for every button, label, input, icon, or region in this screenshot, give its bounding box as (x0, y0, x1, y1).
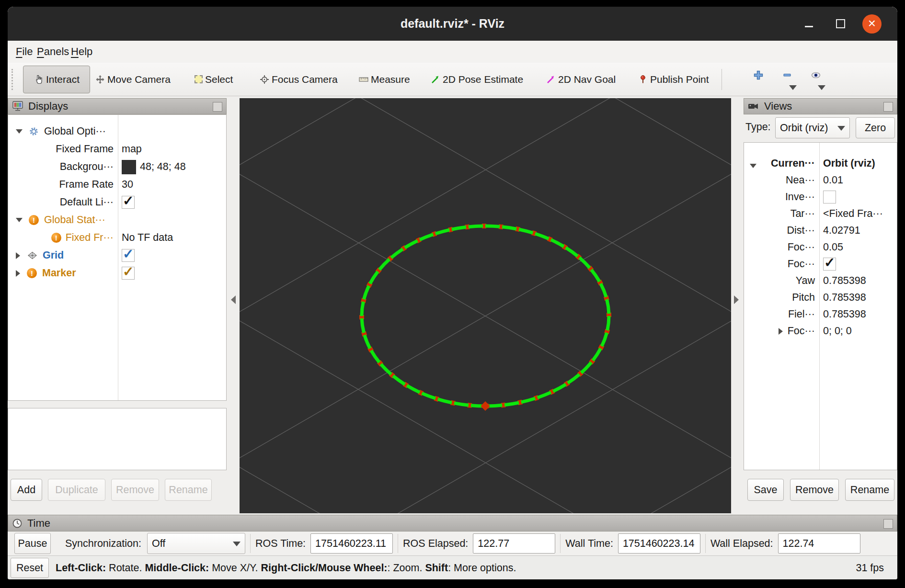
maximize-icon (836, 19, 845, 28)
duplicate-button[interactable]: Duplicate (48, 479, 105, 501)
pause-button[interactable]: Pause (14, 533, 51, 554)
titlebar[interactable]: default.rviz* - RViz × (8, 7, 897, 41)
add-tool-plus-icon[interactable] (753, 70, 764, 80)
rename-display-button[interactable]: Rename (165, 479, 212, 501)
checkbox-checked[interactable]: ✓ (122, 249, 135, 262)
zero-button[interactable]: Zero (856, 117, 895, 138)
reset-button[interactable]: Reset (11, 558, 49, 578)
tree-row-pitch[interactable]: Pitch 0.785398 (744, 289, 897, 306)
tree-row-target-frame[interactable]: Tar··· <Fixed Fra··· (744, 205, 897, 222)
tool-publish-point[interactable]: Publish Point (638, 63, 709, 96)
property-name: Frame Rate (59, 179, 114, 191)
status-bar: Reset Left-Click: Rotate. Middle-Click: … (8, 555, 897, 579)
property-name: Nea··· (786, 174, 815, 186)
tree-row-near-clip[interactable]: Nea··· 0.01 (744, 172, 897, 189)
displays-tree[interactable]: Global Opti··· Fixed Frame map Backgrou·… (8, 114, 227, 401)
panel-float-button[interactable] (883, 519, 893, 529)
map-pin-icon (638, 75, 648, 84)
render-viewport[interactable] (240, 98, 731, 513)
menu-file[interactable]: File (16, 41, 33, 63)
tool-measure[interactable]: Measure (359, 63, 410, 96)
menu-help[interactable]: Help (71, 41, 92, 63)
tree-row-default-light[interactable]: Default Li··· ✓ (8, 193, 226, 211)
collapse-left-panel-icon[interactable] (231, 295, 236, 304)
checkbox-checked[interactable]: ✓ (823, 258, 836, 271)
close-button[interactable]: × (861, 7, 882, 41)
wall-elapsed-label: Wall Elapsed: (710, 538, 773, 550)
tree-row-grid-display[interactable]: Grid ✓ (8, 247, 226, 264)
panel-float-button[interactable] (883, 102, 893, 112)
maximize-button[interactable] (830, 7, 851, 41)
wall-time-field[interactable]: 1751460223.14 (618, 533, 700, 554)
checkbox-unchecked[interactable] (823, 191, 836, 204)
tool-visibility-eye-icon[interactable] (811, 70, 821, 80)
tree-row-yaw[interactable]: Yaw 0.785398 (744, 272, 897, 289)
collapse-right-panel-icon[interactable] (734, 295, 739, 304)
expander-closed-icon[interactable] (779, 328, 783, 335)
tool-interact[interactable]: Interact (23, 66, 90, 93)
tree-row-fixed-frame-status[interactable]: ! Fixed Fr··· No TF data (8, 229, 226, 247)
wall-elapsed-field[interactable]: 122.74 (778, 533, 860, 554)
save-view-button[interactable]: Save (747, 479, 784, 501)
toolbar-drag-handle[interactable] (11, 69, 13, 90)
tree-row-focal-point[interactable]: Foc··· 0; 0; 0 (744, 323, 897, 339)
checkbox-checked[interactable]: ✓ (122, 196, 135, 209)
ros-time-field[interactable]: 1751460223.11 (310, 533, 393, 554)
synchronization-dropdown[interactable]: Off (147, 533, 245, 554)
minimize-button[interactable] (798, 7, 819, 41)
time-controls: Pause Synchronization: Off ROS Time: 175… (8, 531, 897, 555)
tree-row-marker-display[interactable]: ! Marker ✓ (8, 264, 226, 282)
remove-view-button[interactable]: Remove (790, 479, 839, 501)
tool-move-camera[interactable]: Move Camera (95, 63, 171, 96)
views-panel-header[interactable]: Views (744, 98, 897, 114)
property-value: 30 (122, 179, 133, 191)
checkbox-checked[interactable]: ✓ (122, 267, 135, 280)
ros-elapsed-field[interactable]: 122.77 (473, 533, 555, 554)
remove-tool-dropdown-icon[interactable] (789, 85, 797, 90)
tree-row-frame-rate[interactable]: Frame Rate 30 (8, 176, 226, 193)
property-name: Yaw (796, 275, 815, 287)
expander-closed-icon[interactable] (16, 270, 20, 277)
expander-open-icon[interactable] (750, 164, 756, 168)
property-name: Fixed Fr··· (66, 232, 114, 244)
tree-row-background-color[interactable]: Backgrou··· 48; 48; 48 (8, 158, 226, 176)
remove-tool-minus-icon[interactable] (782, 70, 792, 80)
tree-row-global-options[interactable]: Global Opti··· (8, 123, 226, 140)
menu-panels[interactable]: Panels (37, 41, 69, 63)
tree-row-field-of-view[interactable]: Fiel··· 0.785398 (744, 306, 897, 323)
views-tree[interactable]: Curren··· Orbit (rviz) Nea··· 0.01 Inve·… (744, 142, 897, 470)
toolbar-separator (722, 69, 722, 90)
property-value: 0.785398 (823, 292, 866, 304)
tree-row-invert-z[interactable]: Inve··· (744, 189, 897, 205)
column-divider[interactable] (819, 143, 820, 470)
visibility-dropdown-icon[interactable] (818, 85, 825, 90)
tool-select[interactable]: Select (195, 63, 233, 96)
tool-label: Move Camera (107, 74, 171, 85)
displays-panel-header[interactable]: Displays (8, 98, 227, 114)
time-panel-header[interactable]: Time (8, 515, 897, 531)
add-button[interactable]: Add (11, 479, 42, 501)
tree-row-distance[interactable]: Dist··· 4.02791 (744, 222, 897, 239)
expander-open-icon[interactable] (16, 129, 23, 134)
expander-closed-icon[interactable] (16, 252, 20, 259)
warning-icon: ! (51, 233, 61, 243)
tree-row-current-view[interactable]: Curren··· Orbit (rviz) (744, 155, 897, 172)
tree-row-focal-shape-fixed[interactable]: Foc··· ✓ (744, 256, 897, 272)
tree-row-fixed-frame[interactable]: Fixed Frame map (8, 140, 226, 158)
tool-label: Select (205, 74, 233, 85)
tool-2d-pose-estimate[interactable]: 2D Pose Estimate (431, 63, 523, 96)
remove-display-button[interactable]: Remove (111, 479, 159, 501)
tool-focus-camera[interactable]: Focus Camera (260, 63, 338, 96)
tree-row-global-status[interactable]: ! Global Stat··· (8, 211, 226, 229)
tree-row-focal-shape-size[interactable]: Foc··· 0.05 (744, 239, 897, 256)
column-divider[interactable] (118, 115, 118, 400)
rename-view-button[interactable]: Rename (845, 479, 894, 501)
panel-float-button[interactable] (213, 102, 222, 112)
ros-time-label: ROS Time: (255, 538, 306, 550)
tool-2d-nav-goal[interactable]: 2D Nav Goal (546, 63, 616, 96)
expander-open-icon[interactable] (16, 218, 23, 222)
view-type-dropdown[interactable]: Orbit (rviz) (775, 117, 850, 138)
separator (250, 534, 251, 553)
displays-button-row: Add Duplicate Remove Rename (11, 479, 227, 501)
selection-box-icon (195, 75, 203, 83)
